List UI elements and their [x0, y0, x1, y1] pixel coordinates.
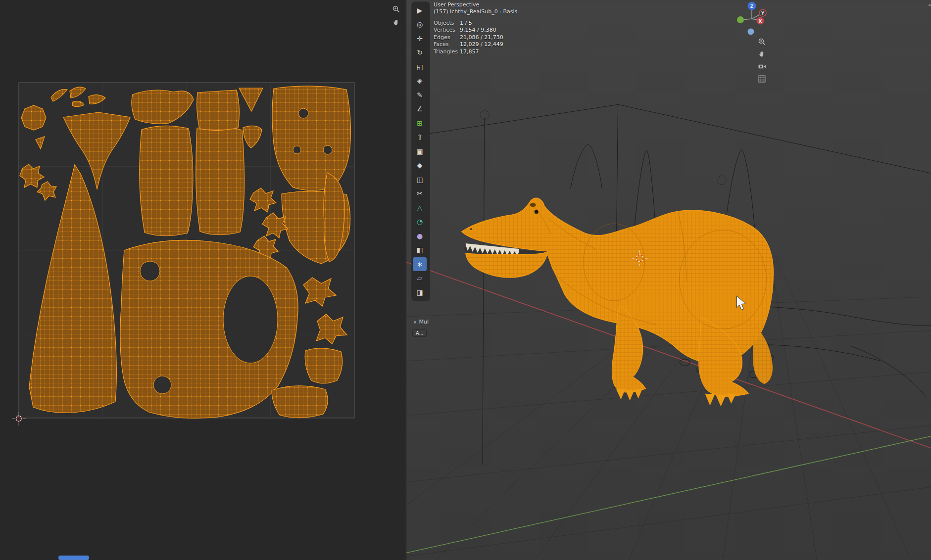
uv-island [196, 126, 245, 234]
uv-island [305, 348, 342, 383]
uv-island [272, 386, 328, 418]
tool-rip-region[interactable]: ◨ [413, 285, 427, 299]
navigation-gizmo[interactable]: Z Y X [734, 0, 773, 39]
uv-island [140, 126, 193, 235]
shrink-fatten-icon: ∗ [417, 260, 423, 268]
tool-select-box[interactable]: ▶ [413, 3, 427, 17]
gizmo-z-label: Z [750, 4, 754, 9]
tool-inset-faces[interactable]: ▣ [413, 144, 427, 158]
collapsed-panel-label: Mul [419, 319, 429, 325]
tool-scale[interactable]: ◱ [413, 60, 427, 74]
cursor-icon: ◎ [417, 20, 423, 28]
chevron-down-icon: ∨ [413, 320, 417, 325]
uv-island [21, 105, 46, 130]
transform-icon: ◈ [417, 77, 423, 85]
measure-icon: ∠ [417, 105, 423, 113]
tool-cursor[interactable]: ◎ [413, 18, 427, 32]
select-box-icon: ▶ [417, 6, 423, 14]
tool-add-cube[interactable]: ⊞ [413, 116, 427, 130]
viewport-3d-area[interactable]: User Perspective (157) Ichthy_RealSub_0 … [406, 0, 931, 560]
uv-editor-area[interactable] [0, 0, 406, 560]
tool-transform[interactable]: ◈ [413, 74, 427, 88]
scale-icon: ◱ [416, 63, 423, 71]
tool-shrink-fatten[interactable]: ∗ [413, 257, 427, 271]
tool-spin[interactable]: ◔ [413, 215, 427, 229]
tool-poly-build[interactable]: △ [413, 201, 427, 215]
viewport-canvas[interactable] [406, 0, 931, 560]
tool-rotate[interactable]: ↻ [413, 46, 427, 60]
tool-edge-slide[interactable]: ◧ [413, 243, 427, 257]
knife-icon: ✂ [417, 189, 423, 197]
loop-cut-icon: ◫ [416, 176, 423, 184]
pan-hand-icon[interactable] [757, 49, 767, 59]
tool-knife[interactable]: ✂ [413, 187, 427, 201]
collapsed-panel-mul[interactable]: ∨ Mul [413, 319, 429, 325]
toggle-ortho-grid-icon[interactable] [757, 74, 767, 84]
tool-smooth[interactable]: ● [413, 229, 427, 243]
inset-faces-icon: ▣ [416, 147, 423, 155]
head-crest-marking [530, 203, 536, 207]
uv-island [272, 86, 350, 190]
spin-icon: ◔ [417, 218, 423, 226]
viewport-toolbar: ▶ ◎ ✛ ↻ ◱ ◈ ✎ ∠ ⊞ ⇧ ▣ ◆ ◫ ✂ △ ◔ ● ◧ ∗ ▱ … [412, 2, 430, 301]
move-icon: ✛ [417, 35, 423, 43]
zoom-in-icon[interactable] [391, 4, 401, 14]
tool-loop-cut[interactable]: ◫ [413, 173, 427, 187]
gizmo-z-neg-axis[interactable] [748, 29, 754, 35]
bevel-icon: ◆ [417, 161, 423, 169]
camera-view-icon[interactable] [757, 61, 767, 71]
tool-measure[interactable]: ∠ [413, 102, 427, 116]
viewport-nav-icons [757, 37, 767, 84]
pan-hand-icon[interactable] [391, 17, 401, 27]
edge-slide-icon: ◧ [416, 246, 423, 254]
tool-shear[interactable]: ▱ [413, 272, 427, 285]
uv-corner-tools [391, 4, 401, 27]
gizmo-y-label: Y [761, 11, 765, 16]
tool-annotate[interactable]: ✎ [413, 88, 427, 102]
tool-extrude-region[interactable]: ⇧ [413, 131, 427, 144]
tool-bevel[interactable]: ◆ [413, 159, 427, 173]
uv-canvas[interactable] [0, 0, 406, 560]
add-cube-icon: ⊞ [417, 119, 423, 127]
region-collapse-arrow[interactable]: ◂ [928, 2, 931, 7]
extrude-region-icon: ⇧ [417, 133, 423, 141]
annotation-chip-button[interactable]: A... [412, 329, 427, 337]
nostril [470, 228, 472, 230]
rotate-icon: ↻ [417, 48, 423, 56]
status-progress-pill [58, 556, 89, 560]
poly-build-icon: △ [417, 204, 423, 212]
rip-region-icon: ◨ [416, 288, 423, 296]
gizmo-x-label: X [759, 19, 762, 24]
smooth-icon: ● [417, 232, 423, 240]
gizmo-y-neg-axis[interactable] [737, 16, 744, 23]
zoom-in-icon[interactable] [757, 37, 767, 47]
tool-move[interactable]: ✛ [413, 32, 427, 46]
uv-island [197, 90, 240, 131]
annotate-icon: ✎ [417, 91, 423, 99]
shear-icon: ▱ [417, 274, 423, 282]
eye [535, 210, 539, 214]
